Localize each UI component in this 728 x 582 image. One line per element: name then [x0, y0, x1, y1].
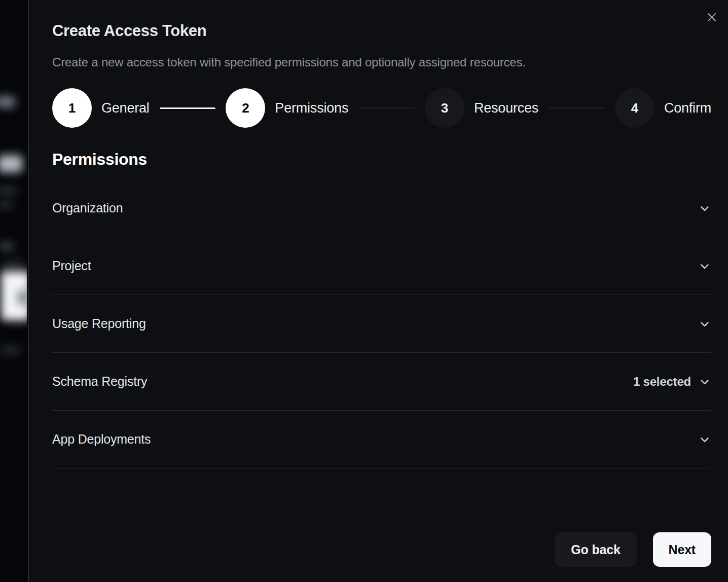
- background-blur-line: [0, 202, 14, 208]
- permission-row-app-deployments[interactable]: App Deployments: [52, 411, 711, 468]
- background-blur-card-notch: [17, 290, 27, 305]
- step-confirm[interactable]: 4 Confirm: [615, 88, 711, 128]
- permission-row-label: Usage Reporting: [52, 316, 146, 331]
- chevron-down-icon: [698, 202, 711, 215]
- step-number-badge: 1: [52, 88, 92, 128]
- modal-footer: Go back Next: [555, 532, 711, 567]
- step-connector-upcoming: [549, 107, 605, 108]
- close-icon: [706, 11, 718, 23]
- wizard-stepper: 1 General 2 Permissions 3 Resources 4 Co…: [52, 88, 711, 128]
- step-label: General: [101, 100, 150, 116]
- permission-row-project[interactable]: Project: [52, 237, 711, 295]
- background-blur-text: [0, 96, 15, 107]
- step-resources[interactable]: 3 Resources: [425, 88, 538, 128]
- permission-row-usage-reporting[interactable]: Usage Reporting: [52, 295, 711, 353]
- next-button[interactable]: Next: [653, 532, 711, 567]
- background-blur-text: [0, 346, 20, 355]
- chevron-down-icon: [698, 433, 711, 446]
- go-back-button[interactable]: Go back: [555, 532, 636, 567]
- permission-row-label: Organization: [52, 201, 123, 215]
- chevron-down-icon: [698, 317, 711, 331]
- step-number-badge: 3: [425, 88, 464, 128]
- create-access-token-modal: Create Access Token Create a new access …: [28, 0, 728, 582]
- permission-row-label: Project: [52, 259, 91, 273]
- step-connector-complete: [160, 107, 216, 109]
- permission-row-schema-registry[interactable]: Schema Registry 1 selected: [52, 353, 711, 411]
- step-connector-upcoming: [358, 107, 415, 108]
- modal-title: Create Access Token: [52, 21, 711, 41]
- background-page: [0, 0, 27, 582]
- step-label: Confirm: [664, 100, 711, 116]
- step-number-badge: 4: [615, 88, 654, 128]
- selected-count: 1 selected: [633, 375, 691, 389]
- background-blur-line: [0, 188, 17, 194]
- step-general[interactable]: 1 General: [52, 88, 150, 128]
- close-button[interactable]: [705, 10, 719, 24]
- step-permissions[interactable]: 2 Permissions: [226, 88, 348, 128]
- step-label: Permissions: [275, 100, 348, 116]
- modal-subtitle: Create a new access token with specified…: [52, 55, 711, 70]
- chevron-down-icon: [698, 375, 711, 388]
- permissions-heading: Permissions: [52, 149, 711, 169]
- chevron-down-icon: [698, 260, 711, 273]
- permission-groups-list: Organization Project Usage Reporting Sch…: [52, 179, 711, 468]
- background-blur-heading: [0, 155, 22, 172]
- step-label: Resources: [474, 100, 538, 116]
- permission-row-label: Schema Registry: [52, 374, 147, 389]
- permission-row-label: App Deployments: [52, 432, 151, 447]
- permission-row-organization[interactable]: Organization: [52, 179, 711, 237]
- background-blur-text: [0, 242, 14, 250]
- step-number-badge: 2: [226, 88, 265, 128]
